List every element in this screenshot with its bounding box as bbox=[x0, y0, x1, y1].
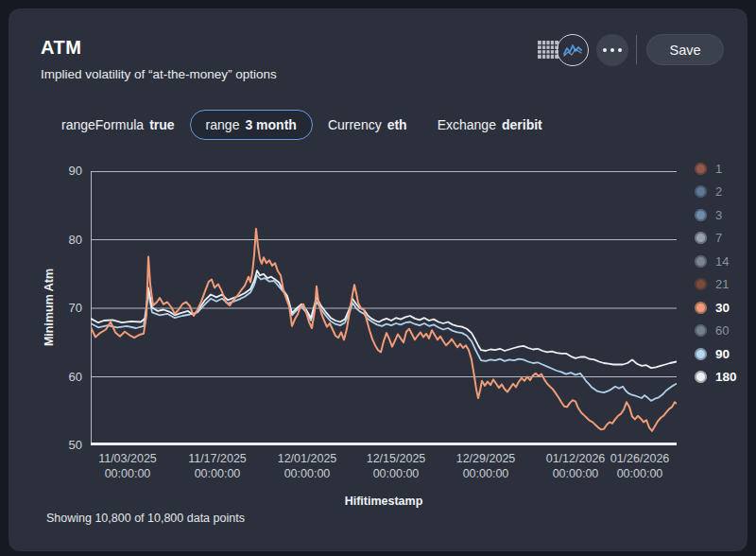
chip-value: deribit bbox=[502, 117, 542, 132]
legend-item-30[interactable]: 30 bbox=[695, 296, 737, 320]
chip-value: eth bbox=[387, 117, 407, 132]
legend-dot bbox=[695, 232, 707, 244]
x-tick: 12/01/202500:00:00 bbox=[260, 451, 354, 481]
legend-dot bbox=[695, 348, 707, 360]
chip-currency[interactable]: Currency eth bbox=[313, 110, 422, 140]
legend-item-90[interactable]: 90 bbox=[695, 342, 737, 366]
page-subtitle: Implied volatility of “at-the-money” opt… bbox=[41, 67, 277, 81]
chip-label: Exchange bbox=[438, 117, 496, 132]
series-line-90 bbox=[91, 275, 677, 401]
y-tick: 90 bbox=[46, 164, 82, 179]
chart-view-button[interactable] bbox=[557, 34, 589, 66]
y-tick: 50 bbox=[46, 438, 82, 453]
legend-dot bbox=[695, 324, 707, 337]
legend-dot bbox=[695, 302, 707, 314]
ellipsis-icon bbox=[618, 48, 622, 52]
legend-dot bbox=[695, 371, 707, 383]
x-tick: 11/17/202500:00:00 bbox=[170, 451, 265, 481]
series-line-180 bbox=[91, 270, 677, 368]
series-line-30 bbox=[91, 229, 677, 431]
legend-item-60[interactable]: 60 bbox=[695, 320, 737, 343]
legend-item-1[interactable]: 1 bbox=[695, 157, 737, 181]
x-tick: 11/03/202500:00:00 bbox=[80, 451, 175, 481]
header-divider bbox=[636, 35, 637, 64]
legend-item-14[interactable]: 14 bbox=[695, 250, 737, 273]
ellipsis-icon bbox=[603, 48, 607, 52]
chip-rangeformula[interactable]: rangeFormula true bbox=[46, 110, 190, 140]
chip-exchange[interactable]: Exchange deribit bbox=[422, 110, 558, 140]
chart-legend: 1 2 3 7 14 21 30 60 90 180 bbox=[695, 157, 737, 389]
chart-card: ATM Implied volatility of “at-the-money”… bbox=[9, 9, 747, 551]
page-title: ATM bbox=[41, 37, 81, 59]
legend-item-180[interactable]: 180 bbox=[695, 366, 737, 390]
chip-label: Currency bbox=[328, 117, 382, 132]
save-button[interactable]: Save bbox=[646, 34, 724, 65]
legend-item-21[interactable]: 21 bbox=[695, 273, 737, 297]
x-axis-title: Hifitimestamp bbox=[289, 495, 478, 508]
x-tick: 01/26/202600:00:00 bbox=[593, 451, 687, 481]
plot-area[interactable] bbox=[91, 171, 677, 445]
legend-item-3[interactable]: 3 bbox=[695, 203, 737, 227]
chip-range[interactable]: range 3 month bbox=[190, 110, 313, 140]
legend-dot bbox=[695, 209, 707, 221]
more-options-button[interactable] bbox=[596, 34, 628, 66]
x-tick: 12/15/202500:00:00 bbox=[349, 451, 443, 481]
legend-dot bbox=[695, 278, 707, 290]
chip-value: true bbox=[149, 117, 174, 132]
y-tick: 60 bbox=[46, 370, 82, 385]
legend-dot bbox=[695, 163, 707, 175]
line-chart-icon bbox=[563, 43, 582, 58]
legend-item-7[interactable]: 7 bbox=[695, 227, 737, 251]
filter-chip-row: rangeFormula true range 3 month Currency… bbox=[46, 110, 558, 140]
chip-value: 3 month bbox=[245, 117, 296, 132]
chip-label: range bbox=[206, 117, 240, 132]
x-tick: 12/29/202500:00:00 bbox=[438, 451, 533, 481]
legend-dot bbox=[695, 185, 707, 198]
chip-label: rangeFormula bbox=[61, 117, 144, 132]
data-points-note: Showing 10,800 of 10,800 data points bbox=[46, 512, 245, 525]
y-tick: 80 bbox=[46, 233, 82, 248]
legend-dot bbox=[695, 255, 707, 268]
y-tick: 70 bbox=[46, 301, 82, 316]
legend-item-2[interactable]: 2 bbox=[695, 181, 737, 204]
table-icon bbox=[538, 41, 558, 59]
ellipsis-icon bbox=[610, 48, 614, 52]
